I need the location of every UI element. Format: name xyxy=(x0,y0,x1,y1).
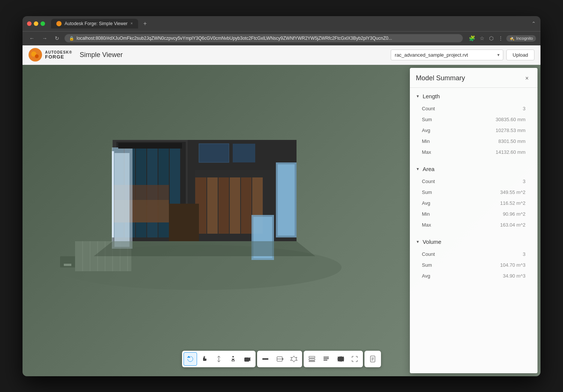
maximize-traffic-light[interactable] xyxy=(41,21,45,26)
fullscreen-button[interactable] xyxy=(348,352,361,366)
reload-button[interactable]: ↻ xyxy=(53,34,62,43)
nav-icons: 🧩 ☆ ⬡ ⋮ xyxy=(469,35,503,41)
minimize-traffic-light[interactable] xyxy=(34,21,38,26)
forge-logo-text: AUTODESK® FORGE xyxy=(45,51,72,59)
properties-button[interactable] xyxy=(319,352,333,366)
section-header-area[interactable]: ▼ Area xyxy=(410,162,537,176)
stat-row: Max 163.04 m^2 xyxy=(410,219,537,230)
close-traffic-light[interactable] xyxy=(27,21,32,26)
model-toolbar-group xyxy=(304,351,363,367)
stat-value: 8301.50 mm xyxy=(498,138,525,144)
panel-body[interactable]: ▼ Length Count 3 Sum 30835.60 mm Avg 102… xyxy=(410,88,537,373)
model-tree-button[interactable] xyxy=(305,352,319,366)
viewer-toolbar xyxy=(182,351,381,367)
app-title: Simple Viewer xyxy=(80,51,123,59)
new-tab-button[interactable]: + xyxy=(141,20,149,27)
stat-value: 349.55 m^2 xyxy=(500,189,525,195)
extensions-icon[interactable]: 🧩 xyxy=(469,35,475,41)
panel-header: Model Summary × xyxy=(410,68,537,88)
stat-row: Count 3 xyxy=(410,249,537,260)
menu-icon[interactable]: ⋮ xyxy=(498,35,503,41)
model-select-wrapper[interactable]: rac_advanced_sample_project.rvt ▼ xyxy=(391,50,503,60)
svg-rect-29 xyxy=(207,177,218,234)
upload-button[interactable]: Upload xyxy=(506,50,534,60)
panel-close-button[interactable]: × xyxy=(522,74,531,83)
svg-rect-39 xyxy=(278,164,295,236)
stat-label: Count xyxy=(422,106,435,111)
summary-section-volume: ▼ Volume Count 3 Sum 104.70 m^3 Avg 34.9… xyxy=(410,235,537,284)
stat-label: Count xyxy=(422,251,435,257)
explode-button[interactable] xyxy=(287,352,301,366)
svg-marker-58 xyxy=(283,358,283,360)
browser-tab[interactable]: Autodesk Forge: Simple Viewer × xyxy=(51,19,138,29)
navigation-toolbar-group xyxy=(182,351,256,367)
model-select[interactable]: rac_advanced_sample_project.rvt xyxy=(391,50,503,60)
profile-icon[interactable]: ⬡ xyxy=(489,35,494,41)
stat-label: Avg xyxy=(422,273,430,279)
svg-rect-46 xyxy=(169,204,199,241)
stat-row: Sum 30835.60 mm xyxy=(410,114,537,125)
section-header-volume[interactable]: ▼ Volume xyxy=(410,235,537,249)
nav-bar: ← → ↻ 🔒 localhost:8080/#dXJuOmFkc2sub2Jq… xyxy=(23,31,540,45)
section-title-area: Area xyxy=(423,166,435,172)
stat-label: Sum xyxy=(422,117,432,122)
svg-rect-37 xyxy=(114,153,129,247)
stat-value: 34.90 m^3 xyxy=(503,273,525,279)
pan-button[interactable] xyxy=(198,352,211,366)
walk-button[interactable] xyxy=(226,352,240,366)
summary-section-area: ▼ Area Count 3 Sum 349.55 m^2 Avg 116.52… xyxy=(410,162,537,233)
stat-value: 14132.60 mm xyxy=(496,149,526,155)
stat-label: Min xyxy=(422,211,430,217)
stat-label: Max xyxy=(422,222,431,228)
stat-row: Avg 116.52 m^2 xyxy=(410,198,537,209)
section-rows-volume: Count 3 Sum 104.70 m^3 Avg 34.90 m^3 xyxy=(410,249,537,284)
model-summary-panel: Model Summary × ▼ Length Count 3 Sum 308… xyxy=(410,68,537,373)
section-header-length[interactable]: ▼ Length xyxy=(410,89,537,103)
measure-toolbar-group xyxy=(257,351,302,367)
stat-row: Sum 349.55 m^2 xyxy=(410,187,537,198)
section-toggle-area: ▼ xyxy=(416,167,420,171)
app-bar-right: rac_advanced_sample_project.rvt ▼ Upload xyxy=(391,50,534,60)
svg-rect-61 xyxy=(309,359,315,360)
orbit-button[interactable] xyxy=(184,352,197,366)
svg-rect-42 xyxy=(118,143,182,149)
camera-button[interactable] xyxy=(241,352,254,366)
settings-button[interactable] xyxy=(334,352,347,366)
section-title-length: Length xyxy=(423,93,440,99)
section-toggle-length: ▼ xyxy=(416,94,420,98)
section-button[interactable] xyxy=(273,352,286,366)
measure-button[interactable] xyxy=(259,352,272,366)
incognito-label: Incognito xyxy=(516,36,533,41)
stat-row: Avg 10278.53 mm xyxy=(410,125,537,136)
svg-rect-51 xyxy=(262,358,268,360)
stat-label: Max xyxy=(422,149,431,155)
title-bar: Autodesk Forge: Simple Viewer × + ⌃ xyxy=(23,16,540,31)
stat-value: 116.52 m^2 xyxy=(500,200,525,206)
svg-rect-5 xyxy=(64,264,71,266)
forward-button[interactable]: → xyxy=(40,34,50,43)
svg-rect-44 xyxy=(233,144,255,162)
stat-row: Avg 34.90 m^3 xyxy=(410,270,537,281)
tab-label: Autodesk Forge: Simple Viewer xyxy=(65,21,128,26)
stat-value: 3 xyxy=(523,106,525,111)
address-text: localhost:8080/#dXJuOmFkc2sub2JqZWN0czpv… xyxy=(77,36,392,41)
back-button[interactable]: ← xyxy=(27,34,37,43)
svg-point-50 xyxy=(232,356,234,357)
stat-row: Sum 104.70 m^3 xyxy=(410,260,537,270)
stat-label: Sum xyxy=(422,262,432,268)
stat-value: 163.04 m^2 xyxy=(500,222,525,228)
stat-value: 104.70 m^3 xyxy=(500,262,525,268)
dolly-button[interactable] xyxy=(212,352,226,366)
stat-row: Min 90.96 m^2 xyxy=(410,209,537,219)
traffic-lights xyxy=(27,21,45,26)
building-3d-view xyxy=(53,72,345,297)
tab-close-button[interactable]: × xyxy=(131,21,133,26)
autodesk-label: AUTODESK® xyxy=(45,51,72,54)
bookmark-icon[interactable]: ☆ xyxy=(480,35,485,41)
incognito-icon: 🕵 xyxy=(509,36,515,41)
model-summary-button[interactable] xyxy=(366,352,379,366)
summary-toolbar-group xyxy=(364,351,381,367)
address-bar[interactable]: 🔒 localhost:8080/#dXJuOmFkc2sub2JqZWN0cz… xyxy=(65,34,463,42)
stat-value: 3 xyxy=(523,179,525,184)
svg-marker-59 xyxy=(291,356,297,362)
